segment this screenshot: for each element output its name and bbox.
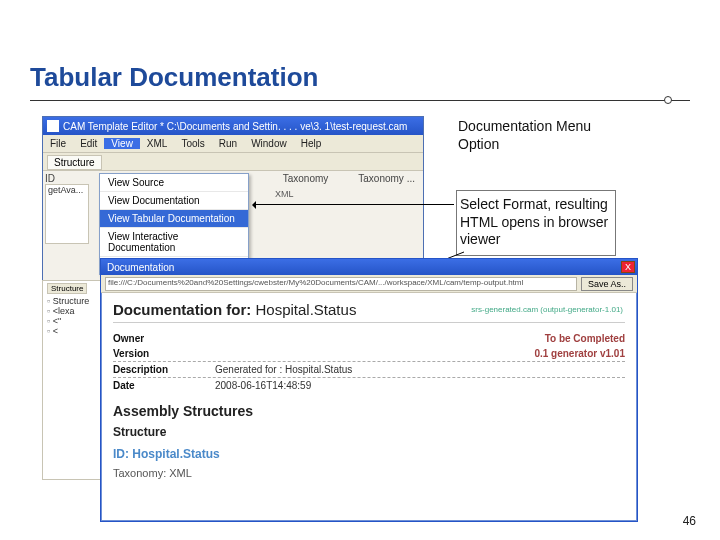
meta-tbc: To be Completed [215, 333, 625, 344]
mi-view-documentation[interactable]: View Documentation [100, 192, 248, 210]
divider [113, 322, 625, 323]
meta-version-r: 0.1 generator v1.01 [215, 348, 625, 359]
save-as-button[interactable]: Save As.. [581, 277, 633, 291]
documentation-titlebar: Documentation [103, 262, 174, 273]
meta-description-v: Generated for : Hospital.Status [215, 364, 352, 375]
menu-xml[interactable]: XML [140, 138, 175, 149]
title-end-dot [664, 96, 672, 104]
col-taxonomy-dots: Taxonomy ... [358, 173, 415, 184]
menu-window[interactable]: Window [244, 138, 294, 149]
doc-h3-structure: Structure [113, 425, 625, 439]
annotation-menu-option: Documentation Menu Option [458, 118, 591, 153]
tab-structure[interactable]: Structure [47, 155, 102, 170]
menu-help[interactable]: Help [294, 138, 329, 149]
col-xml: XML [275, 189, 294, 199]
row-getava: getAva... [46, 185, 88, 195]
doc-id-label: ID: [113, 447, 132, 461]
doc-heading-value: Hospital.Status [256, 301, 357, 318]
col-taxonomy: Taxonomy [283, 173, 329, 184]
col-id: ID [45, 173, 87, 184]
struct-node: <lexa [47, 306, 99, 316]
arrow-to-menu [254, 204, 454, 205]
title-divider [30, 100, 690, 101]
meta-description-k: Description [113, 364, 215, 375]
slide-title: Tabular Documentation [30, 62, 318, 93]
struct-node: Structure [47, 296, 99, 306]
doc-tax-label: Taxonomy: [113, 467, 169, 479]
editor-titlebar-text: CAM Template Editor * C:\Documents and S… [63, 121, 407, 132]
page-number: 46 [683, 514, 696, 528]
structure-panel: Structure Structure <lexa <" < [42, 280, 104, 480]
annotation-box [456, 190, 616, 256]
menu-view[interactable]: View [104, 138, 140, 149]
doc-heading-prefix: Documentation for: [113, 301, 256, 318]
menu-edit[interactable]: Edit [73, 138, 104, 149]
doc-id-value: Hospital.Status [132, 447, 219, 461]
doc-tax-value: XML [169, 467, 192, 479]
mi-view-tabular[interactable]: View Tabular Documentation [100, 210, 248, 228]
menu-run[interactable]: Run [212, 138, 244, 149]
close-icon[interactable]: X [621, 261, 635, 273]
structure-tab[interactable]: Structure [47, 283, 87, 294]
mi-view-source[interactable]: View Source [100, 174, 248, 192]
doc-taxonomy: Taxonomy: XML [113, 467, 625, 479]
editor-menubar: File Edit View XML Tools Run Window Help [43, 135, 423, 153]
menu-file[interactable]: File [43, 138, 73, 149]
doc-h2-assembly: Assembly Structures [113, 403, 625, 419]
meta-version-k: Version [113, 348, 215, 359]
struct-node: <" [47, 316, 99, 326]
doc-generator-tag: srs-generated.cam (output-generator-1.01… [471, 305, 623, 314]
meta-date-k: Date [113, 380, 215, 391]
meta-owner-k: Owner [113, 333, 215, 344]
documentation-window: Documentation X file:///C:/Documents%20a… [100, 258, 638, 522]
documentation-url[interactable]: file:///C:/Documents%20and%20Settings/cw… [105, 277, 577, 291]
meta-date-v: 2008-06-16T14:48:59 [215, 380, 311, 391]
struct-node: < [47, 326, 99, 336]
menu-tools[interactable]: Tools [174, 138, 211, 149]
mi-view-interactive[interactable]: View Interactive Documentation [100, 228, 248, 257]
editor-sub-tabs: Structure [43, 153, 423, 171]
app-icon [47, 120, 59, 132]
doc-id: ID: Hospital.Status [113, 447, 625, 461]
editor-titlebar: CAM Template Editor * C:\Documents and S… [43, 117, 423, 135]
